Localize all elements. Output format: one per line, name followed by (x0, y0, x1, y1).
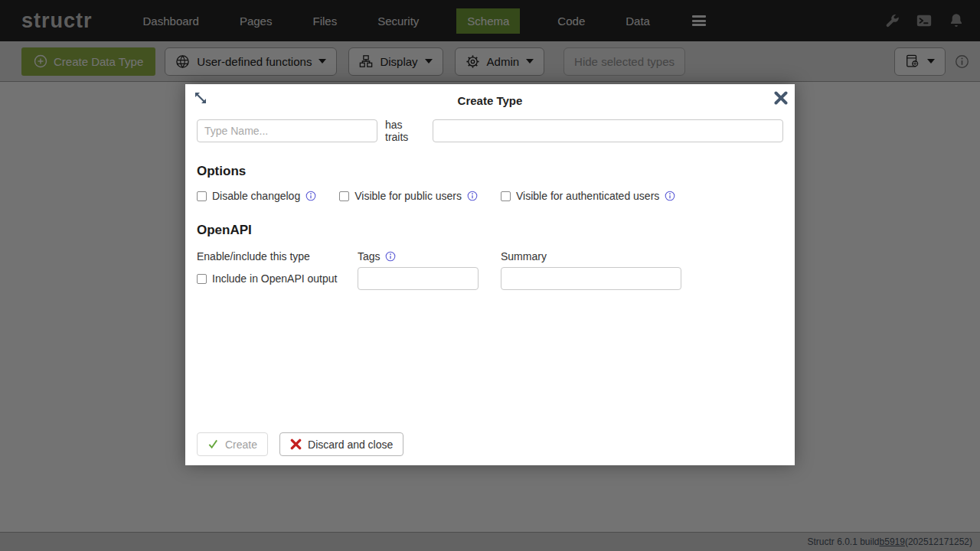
discard-and-close-button[interactable]: Discard and close (279, 432, 403, 456)
red-cross-icon (290, 439, 302, 450)
info-icon[interactable] (385, 251, 396, 262)
info-icon[interactable] (467, 191, 478, 201)
options-heading: Options (197, 164, 246, 179)
check-icon (207, 439, 219, 450)
dialog-title: Create Type (185, 94, 795, 107)
visible-authenticated-option: Visible for authenticated users (501, 190, 675, 202)
summary-text: Summary (501, 250, 547, 262)
include-openapi-option: Include in OpenAPI output (197, 267, 337, 290)
create-type-dialog: Create Type has traits Options Disable c… (185, 84, 795, 465)
visible-authenticated-checkbox[interactable] (501, 191, 511, 201)
traits-input[interactable] (433, 119, 783, 142)
visible-public-option: Visible for public users (339, 190, 478, 202)
visible-public-label: Visible for public users (354, 190, 462, 202)
summary-label: Summary (501, 250, 547, 262)
options-checkbox-row: Disable changelog Visible for public use… (197, 190, 675, 202)
summary-input[interactable] (501, 267, 681, 290)
visible-public-checkbox[interactable] (339, 191, 349, 201)
enable-include-text: Enable/include this type (197, 250, 310, 262)
has-traits-label: has traits (385, 119, 425, 143)
tags-input[interactable] (358, 267, 479, 290)
include-openapi-checkbox[interactable] (197, 274, 207, 284)
enable-include-label: Enable/include this type (197, 250, 310, 262)
disable-changelog-label: Disable changelog (212, 190, 300, 202)
tags-label: Tags (358, 250, 396, 262)
openapi-heading: OpenAPI (197, 223, 252, 238)
structr-app: structr Dashboard Pages Files Security S… (0, 0, 980, 551)
visible-authenticated-label: Visible for authenticated users (516, 190, 659, 202)
dialog-buttons: Create Discard and close (197, 432, 403, 456)
info-icon[interactable] (665, 191, 675, 201)
discard-button-label: Discard and close (308, 439, 393, 451)
include-openapi-label: Include in OpenAPI output (212, 272, 337, 285)
disable-changelog-option: Disable changelog (197, 190, 316, 202)
create-button[interactable]: Create (197, 432, 268, 456)
tags-text: Tags (358, 250, 381, 262)
type-name-input[interactable] (197, 119, 377, 142)
info-icon[interactable] (305, 191, 316, 201)
disable-changelog-checkbox[interactable] (197, 191, 207, 201)
create-button-label: Create (225, 439, 257, 451)
close-dialog-icon[interactable] (773, 90, 789, 106)
